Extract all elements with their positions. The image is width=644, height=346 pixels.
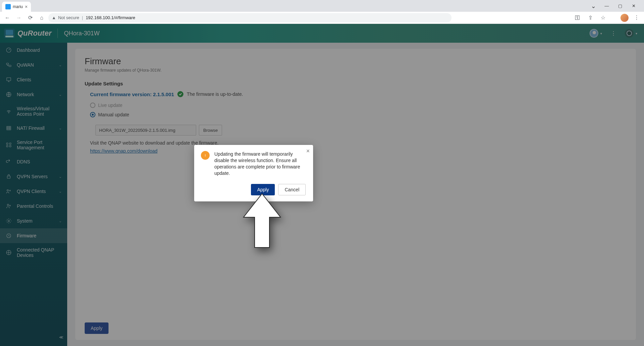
nav-back-icon[interactable]: ← xyxy=(3,13,12,23)
nav-reload-icon[interactable]: ⟳ xyxy=(26,13,35,23)
url-text: 192.168.100.1/#/firmware xyxy=(86,15,135,20)
dialog-message: Updating the firmware will temporarily d… xyxy=(214,151,306,177)
tab-title: mariu xyxy=(13,4,23,9)
share-icon[interactable]: ⇪ xyxy=(586,13,595,23)
dialog-apply-button[interactable]: Apply xyxy=(251,184,275,195)
url-divider: | xyxy=(82,15,83,20)
password-key-icon[interactable]: ⚿ xyxy=(573,13,582,23)
window-maximize-icon[interactable]: ▢ xyxy=(614,1,627,11)
nav-forward-icon[interactable]: → xyxy=(14,13,24,23)
tab-favicon-icon xyxy=(5,4,11,9)
browser-tab[interactable]: mariu × xyxy=(2,2,31,12)
window-dropdown-icon[interactable]: ⌄ xyxy=(587,1,600,11)
dialog-cancel-button[interactable]: Cancel xyxy=(278,184,306,195)
browser-titlebar: mariu × ⌄ — ▢ ✕ xyxy=(0,0,644,12)
profile-avatar-icon[interactable] xyxy=(620,14,629,22)
security-label: Not secure xyxy=(58,15,79,20)
url-bar[interactable]: ▲ Not secure | 192.168.100.1/#/firmware xyxy=(48,13,452,23)
warning-triangle-icon: ▲ xyxy=(52,15,56,20)
browser-toolbar: ← → ⟳ ⌂ ▲ Not secure | 192.168.100.1/#/f… xyxy=(0,12,644,24)
window-close-icon[interactable]: ✕ xyxy=(627,1,640,11)
browser-menu-icon[interactable]: ⋮ xyxy=(632,13,641,23)
window-controls: ⌄ — ▢ ✕ xyxy=(587,0,644,12)
warning-icon xyxy=(201,151,210,160)
modal-overlay[interactable] xyxy=(0,24,644,346)
security-indicator[interactable]: ▲ Not secure xyxy=(52,15,79,20)
bookmark-star-icon[interactable]: ☆ xyxy=(598,13,608,23)
tab-close-icon[interactable]: × xyxy=(25,4,28,9)
confirm-dialog: × Updating the firmware will temporarily… xyxy=(194,145,313,201)
dialog-close-icon[interactable]: × xyxy=(306,148,310,155)
window-minimize-icon[interactable]: — xyxy=(600,1,613,11)
nav-home-icon[interactable]: ⌂ xyxy=(37,13,46,23)
